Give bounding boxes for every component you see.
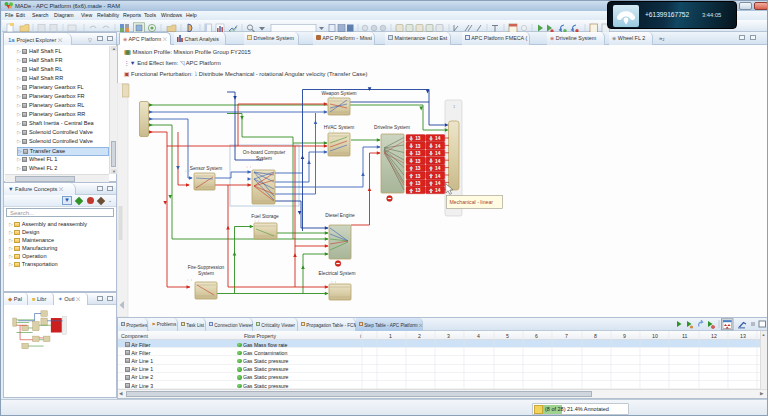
svg-text:Driveline System: Driveline System (374, 125, 410, 130)
svg-text:14: 14 (435, 144, 441, 149)
svg-text:1a: 1a (8, 37, 15, 43)
svg-text:14: 14 (435, 188, 441, 193)
svg-text:↓: ↓ (185, 169, 187, 173)
svg-text:13: 13 (415, 181, 421, 186)
svg-text:14: 14 (435, 174, 441, 179)
svg-text:14: 14 (435, 151, 441, 156)
svg-text:System: System (256, 156, 272, 161)
svg-text:Sensor System: Sensor System (190, 166, 223, 171)
svg-text:Weapon System: Weapon System (321, 91, 356, 96)
svg-text:↓: ↓ (250, 165, 252, 169)
svg-text:↓: ↓ (187, 278, 189, 282)
svg-text:14: 14 (435, 181, 441, 186)
svg-text:Mechanical - linear: Mechanical - linear (450, 199, 494, 205)
svg-text:↓: ↓ (258, 219, 260, 223)
svg-text:13: 13 (415, 188, 421, 193)
svg-text:↓: ↓ (333, 95, 335, 99)
svg-text:14: 14 (435, 136, 441, 141)
svg-text:13: 13 (415, 136, 421, 141)
svg-text:Diesel Engine: Diesel Engine (325, 213, 355, 218)
svg-text:↓: ↓ (189, 169, 191, 173)
svg-text:Fire-Suppression: Fire-Suppression (188, 265, 225, 270)
svg-text:↓: ↓ (335, 280, 337, 284)
svg-text:13: 13 (415, 166, 421, 171)
svg-text:14: 14 (435, 166, 441, 171)
svg-text:↓: ↓ (331, 280, 333, 284)
svg-text:↓: ↓ (191, 278, 193, 282)
svg-text:On-board Computer: On-board Computer (243, 150, 286, 155)
svg-text:↓: ↓ (329, 95, 331, 99)
svg-text:13: 13 (415, 174, 421, 179)
svg-text:Fuel Storage: Fuel Storage (251, 214, 279, 219)
svg-text:13: 13 (415, 144, 421, 149)
svg-text:↓: ↓ (254, 219, 256, 223)
svg-text:13: 13 (415, 159, 421, 164)
svg-text:↓: ↓ (333, 129, 335, 133)
svg-text:↓: ↓ (329, 129, 331, 133)
svg-text:System: System (198, 271, 214, 276)
svg-text:13: 13 (415, 151, 421, 156)
svg-text:Electrical System: Electrical System (319, 271, 356, 276)
svg-text:14: 14 (435, 159, 441, 164)
svg-text:↓: ↓ (246, 165, 248, 169)
